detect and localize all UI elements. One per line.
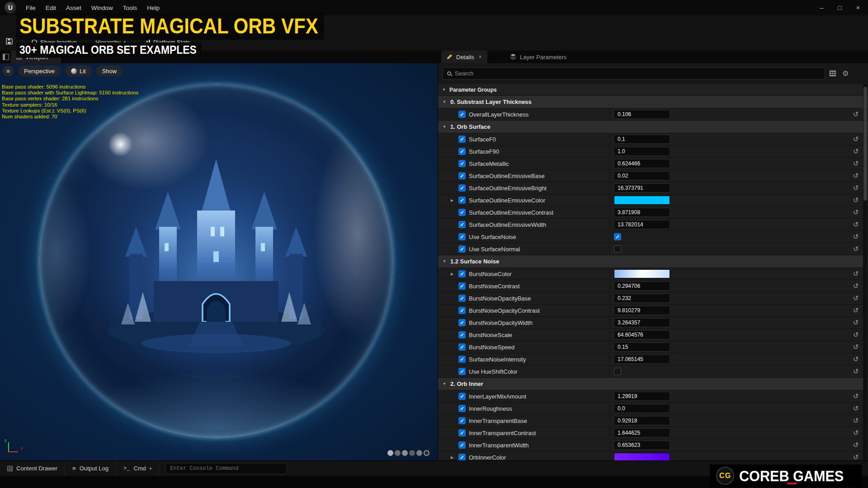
param-enable-checkbox[interactable]: ✓ bbox=[458, 111, 466, 118]
param-value-field[interactable]: 0.0 bbox=[614, 404, 670, 413]
show-button[interactable]: Show bbox=[96, 66, 123, 76]
tab-details[interactable]: Details × bbox=[441, 51, 487, 63]
viewport-setting-dot[interactable] bbox=[387, 450, 393, 456]
reset-to-default-icon[interactable]: ↺ bbox=[850, 184, 862, 192]
param-color-swatch[interactable] bbox=[614, 196, 670, 205]
expand-arrow-icon[interactable]: ▶ bbox=[449, 455, 455, 460]
param-enable-checkbox[interactable]: ✓ bbox=[458, 160, 466, 167]
param-enable-checkbox[interactable]: ✓ bbox=[458, 417, 466, 424]
maximize-button[interactable]: □ bbox=[838, 4, 841, 11]
param-value-field[interactable]: 0.624466 bbox=[614, 159, 670, 168]
viewport-setting-dot[interactable] bbox=[402, 450, 408, 456]
param-enable-checkbox[interactable]: ✓ bbox=[458, 221, 466, 228]
param-value-field[interactable]: 0.294706 bbox=[614, 282, 670, 291]
reset-to-default-icon[interactable]: ↺ bbox=[850, 135, 862, 143]
param-enable-checkbox[interactable]: ✓ bbox=[458, 307, 466, 314]
param-value-field[interactable]: 17.065145 bbox=[614, 355, 670, 364]
minimize-button[interactable]: – bbox=[820, 4, 824, 11]
perspective-button[interactable]: Perspective bbox=[18, 66, 61, 76]
scrollbar-thumb[interactable] bbox=[863, 87, 867, 201]
reset-to-default-icon[interactable]: ↺ bbox=[850, 208, 862, 216]
save-icon[interactable] bbox=[5, 38, 13, 47]
param-color-swatch[interactable] bbox=[614, 269, 670, 278]
param-enable-checkbox[interactable]: ✓ bbox=[458, 331, 466, 338]
cmd-dropdown[interactable]: >_ Cmd ▾ bbox=[116, 461, 159, 476]
output-log-button[interactable]: ≡ Output Log bbox=[65, 461, 116, 476]
param-bool-checkbox[interactable] bbox=[614, 245, 621, 253]
param-enable-checkbox[interactable]: ✓ bbox=[458, 356, 466, 363]
param-value-field[interactable]: 16.373791 bbox=[614, 183, 670, 192]
reset-to-default-icon[interactable]: ↺ bbox=[850, 343, 862, 351]
reset-to-default-icon[interactable]: ↺ bbox=[850, 453, 862, 460]
reset-to-default-icon[interactable]: ↺ bbox=[850, 245, 862, 253]
param-enable-checkbox[interactable]: ✓ bbox=[458, 405, 466, 412]
viewport-setting-dot[interactable] bbox=[395, 450, 401, 456]
param-enable-checkbox[interactable]: ✓ bbox=[458, 319, 466, 326]
reset-to-default-icon[interactable]: ↺ bbox=[850, 331, 862, 339]
param-enable-checkbox[interactable]: ✓ bbox=[458, 245, 466, 253]
reset-to-default-icon[interactable]: ↺ bbox=[850, 404, 862, 413]
param-value-field[interactable]: 0.232 bbox=[614, 294, 670, 303]
reset-to-default-icon[interactable]: ↺ bbox=[850, 417, 862, 425]
reset-to-default-icon[interactable]: ↺ bbox=[850, 110, 862, 118]
reset-to-default-icon[interactable]: ↺ bbox=[850, 233, 862, 241]
reset-to-default-icon[interactable]: ↺ bbox=[850, 441, 862, 449]
viewport-setting-dot[interactable] bbox=[416, 450, 422, 456]
param-enable-checkbox[interactable]: ✓ bbox=[458, 270, 466, 277]
reset-to-default-icon[interactable]: ↺ bbox=[850, 319, 862, 327]
expand-arrow-icon[interactable]: ▶ bbox=[449, 272, 455, 276]
param-value-field[interactable]: 0.106 bbox=[614, 110, 670, 119]
display-options-icon[interactable] bbox=[830, 70, 836, 76]
reset-to-default-icon[interactable]: ↺ bbox=[850, 147, 862, 155]
reset-to-default-icon[interactable]: ↺ bbox=[850, 392, 862, 400]
param-enable-checkbox[interactable]: ✓ bbox=[458, 343, 466, 351]
viewport-menu-icon[interactable]: ≡ bbox=[3, 66, 14, 76]
param-value-field[interactable]: 3.264357 bbox=[614, 318, 670, 327]
param-enable-checkbox[interactable]: ✓ bbox=[458, 393, 466, 400]
reset-to-default-icon[interactable]: ↺ bbox=[850, 355, 862, 363]
param-value-field[interactable]: 9.810279 bbox=[614, 306, 670, 315]
param-value-field[interactable]: 3.871908 bbox=[614, 208, 670, 217]
param-enable-checkbox[interactable]: ✓ bbox=[458, 233, 466, 240]
param-enable-checkbox[interactable]: ✓ bbox=[458, 441, 466, 449]
search-input[interactable] bbox=[455, 70, 821, 77]
param-enable-checkbox[interactable]: ✓ bbox=[458, 184, 466, 192]
param-enable-checkbox[interactable]: ✓ bbox=[458, 209, 466, 216]
param-group-header[interactable]: ▼1.2 Surface Noise bbox=[438, 255, 868, 268]
expand-arrow-icon[interactable]: ▶ bbox=[449, 198, 455, 202]
param-value-field[interactable]: 1.0 bbox=[614, 147, 670, 156]
reset-to-default-icon[interactable]: ↺ bbox=[850, 196, 862, 204]
param-value-field[interactable]: 1.644625 bbox=[614, 428, 670, 437]
param-enable-checkbox[interactable]: ✓ bbox=[458, 136, 466, 143]
viewport-setting-dot[interactable] bbox=[409, 450, 415, 456]
param-value-field[interactable]: 0.15 bbox=[614, 343, 670, 352]
parameter-groups-header[interactable]: ▼ Parameter Groups bbox=[438, 84, 868, 96]
param-enable-checkbox[interactable]: ✓ bbox=[458, 454, 466, 460]
param-enable-checkbox[interactable]: ✓ bbox=[458, 197, 466, 204]
reset-to-default-icon[interactable]: ↺ bbox=[850, 270, 862, 278]
console-command-input[interactable] bbox=[165, 463, 287, 474]
viewport-pane[interactable]: ≡ Perspective Lit Show Base pass shader:… bbox=[0, 63, 438, 460]
param-value-field[interactable]: 0.02 bbox=[614, 171, 670, 180]
param-color-swatch[interactable] bbox=[614, 453, 670, 460]
param-value-field[interactable]: 0.92918 bbox=[614, 416, 670, 425]
panel-layout-icon[interactable] bbox=[3, 54, 9, 60]
reset-to-default-icon[interactable]: ↺ bbox=[850, 306, 862, 314]
close-button[interactable]: × bbox=[856, 4, 860, 11]
content-drawer-button[interactable]: Content Drawer bbox=[0, 461, 65, 476]
param-group-header[interactable]: ▼1. Orb Surface bbox=[438, 121, 868, 133]
param-enable-checkbox[interactable]: ✓ bbox=[458, 295, 466, 302]
gear-icon[interactable]: ⚙ bbox=[842, 69, 849, 78]
param-group-header[interactable]: ▼2. Orb Inner bbox=[438, 378, 868, 390]
details-scrollbar[interactable] bbox=[863, 84, 868, 460]
reset-to-default-icon[interactable]: ↺ bbox=[850, 160, 862, 168]
param-value-field[interactable]: 1.29919 bbox=[614, 392, 670, 401]
param-enable-checkbox[interactable]: ✓ bbox=[458, 429, 466, 436]
param-enable-checkbox[interactable]: ✓ bbox=[458, 172, 466, 179]
close-icon[interactable]: × bbox=[479, 54, 482, 60]
param-enable-checkbox[interactable]: ✓ bbox=[458, 368, 466, 375]
reset-to-default-icon[interactable]: ↺ bbox=[850, 221, 862, 229]
param-value-field[interactable]: 0.1 bbox=[614, 135, 670, 144]
param-value-field[interactable]: 13.782014 bbox=[614, 220, 670, 229]
lit-button[interactable]: Lit bbox=[65, 66, 92, 76]
